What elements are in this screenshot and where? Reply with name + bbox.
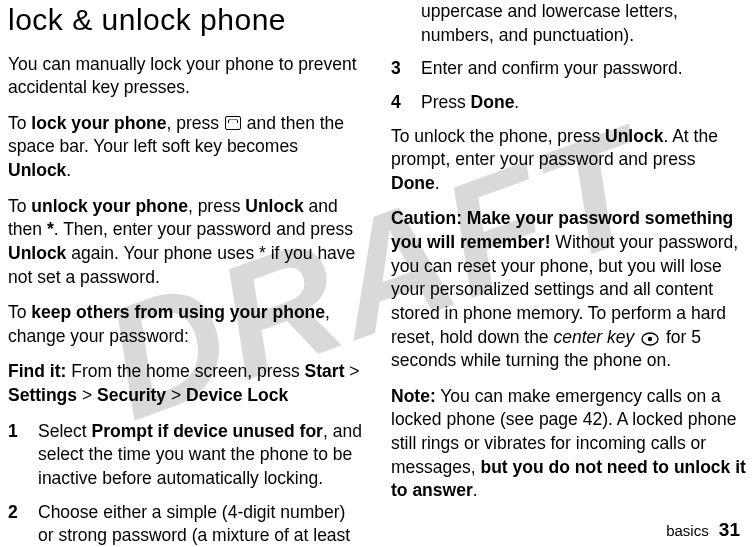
ui-label: Security [97, 385, 166, 405]
step-2-continued: uppercase and lowercase letters, numbers… [391, 0, 746, 47]
ui-label: Done [391, 173, 435, 193]
text: . [435, 173, 440, 193]
page-footer: basics 31 [666, 519, 740, 541]
text: . [66, 160, 71, 180]
right-column: uppercase and lowercase letters, numbers… [391, 0, 746, 510]
caution-paragraph: Caution: Make your password something yo… [391, 207, 746, 372]
text: > [77, 385, 97, 405]
text: Select [38, 421, 92, 441]
ui-label: Prompt if device unused for [92, 421, 323, 441]
step-body: Press Done. [421, 91, 746, 115]
ui-label: Unlock [605, 126, 663, 146]
text: Press [421, 92, 471, 112]
unlock-instruction: To unlock your phone, press Unlock and t… [8, 195, 363, 290]
ui-label: Unlock [8, 160, 66, 180]
page-number: 31 [719, 519, 740, 540]
step-1: 1 Select Prompt if device unused for, an… [8, 420, 363, 491]
text: From the home screen, press [71, 361, 304, 381]
ui-label: Unlock [8, 243, 66, 263]
find-it-label: Find it: [8, 361, 71, 381]
ui-label: Device Lock [186, 385, 288, 405]
step-3: 3 Enter and confirm your password. [391, 57, 746, 81]
step-number: 1 [8, 420, 38, 491]
text: To [8, 196, 31, 216]
ui-label: Settings [8, 385, 77, 405]
note-bold: Note: [391, 386, 436, 406]
step-body: uppercase and lowercase letters, numbers… [421, 0, 746, 47]
text: > [166, 385, 186, 405]
step-body: Select Prompt if device unused for, and … [38, 420, 363, 491]
intro-paragraph: You can manually lock your phone to prev… [8, 53, 363, 100]
page-content: lock & unlock phone You can manually loc… [0, 0, 754, 510]
center-key-icon [641, 332, 659, 346]
step-number: 4 [391, 91, 421, 115]
step-4: 4 Press Done. [391, 91, 746, 115]
note-paragraph: Note: You can make emergency calls on a … [391, 385, 746, 503]
lock-instruction: To lock your phone, press and then the s… [8, 112, 363, 183]
unlock-done-instruction: To unlock the phone, press Unlock. At th… [391, 125, 746, 196]
text: . [473, 480, 478, 500]
text: , press [188, 196, 245, 216]
text: To unlock the phone, press [391, 126, 605, 146]
ui-label: Unlock [245, 196, 303, 216]
find-it-path: Find it: From the home screen, press Sta… [8, 360, 363, 407]
text: To [8, 302, 31, 322]
step-body: Enter and confirm your password. [421, 57, 746, 81]
text: > [344, 361, 359, 381]
bold-text: lock your phone [31, 113, 166, 133]
ui-label: Start [305, 361, 345, 381]
text: , press [167, 113, 224, 133]
step-number: 2 [8, 501, 38, 548]
step-number: 3 [391, 57, 421, 81]
text: To [8, 113, 31, 133]
bold-text: keep others from using your phone [31, 302, 325, 322]
text: . [514, 92, 519, 112]
section-name: basics [666, 522, 709, 539]
step-2: 2 Choose either a simple (4-digit number… [8, 501, 363, 548]
left-column: lock & unlock phone You can manually loc… [8, 0, 363, 510]
section-heading: lock & unlock phone [8, 0, 363, 41]
ui-label: * [47, 219, 54, 239]
svg-point-1 [648, 336, 652, 340]
italic-text: center key [553, 327, 634, 347]
text: . Then, enter your password and press [54, 219, 353, 239]
home-key-icon [225, 116, 241, 130]
step-number-blank [391, 0, 421, 47]
step-body: Choose either a simple (4-digit number) … [38, 501, 363, 548]
keep-others-instruction: To keep others from using your phone, ch… [8, 301, 363, 348]
ui-label: Done [471, 92, 515, 112]
bold-text: unlock your phone [31, 196, 188, 216]
